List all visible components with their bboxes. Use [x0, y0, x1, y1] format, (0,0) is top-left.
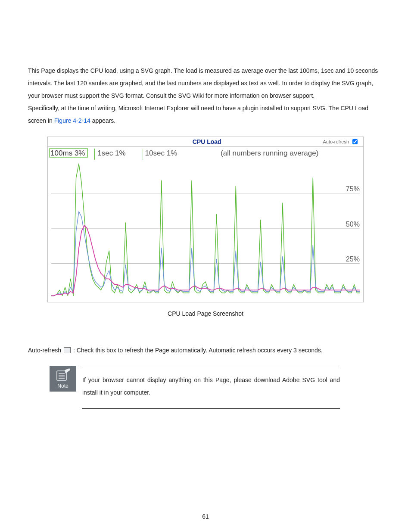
svg-text:100ms 3%: 100ms 3% — [50, 149, 85, 157]
intro-paragraph-1: This Page displays the CPU load, using a… — [28, 65, 383, 127]
svg-text:50%: 50% — [346, 220, 360, 228]
note-icon-box: Note — [50, 366, 76, 392]
svg-text:(all numbers running average): (all numbers running average) — [221, 149, 318, 157]
chart-svg: 25%50%75%100ms 3%1sec 1%10sec 1%(all num… — [48, 147, 363, 302]
note-label: Note — [57, 383, 68, 389]
paragraph-2: Specifically, at the time of writing, Mi… — [28, 102, 383, 127]
svg-text:75%: 75% — [346, 185, 360, 193]
svg-text:10sec 1%: 10sec 1% — [145, 149, 177, 157]
auto-refresh-checkbox[interactable] — [352, 139, 358, 144]
note-callout: Note If your browser cannot display anyt… — [50, 366, 340, 409]
svg-text:25%: 25% — [346, 255, 360, 263]
auto-refresh-label: Auto-refresh — [323, 139, 349, 144]
svg-rect-13 — [57, 371, 66, 380]
cpu-load-chart: CPU Load Auto-refresh 25%50%75%100ms 3%1… — [47, 137, 364, 302]
auto-refresh-control[interactable]: Auto-refresh — [323, 138, 359, 146]
chart-header: CPU Load Auto-refresh — [48, 137, 363, 147]
page-number: 61 — [0, 513, 411, 520]
auto-refresh-text: : Check this box to refresh the Page aut… — [73, 347, 323, 354]
auto-refresh-label-left: Auto-refresh — [28, 347, 61, 354]
paragraph-2-suffix: appears. — [90, 117, 115, 124]
figure-ref-link[interactable]: Figure 4-2-14 — [54, 117, 90, 124]
chart-caption: CPU Load Page Screenshot — [28, 310, 383, 317]
paragraph-1: This Page displays the CPU load, using a… — [28, 65, 383, 102]
note-text: If your browser cannot display anything … — [82, 366, 340, 409]
notepad-icon — [56, 368, 70, 381]
auto-refresh-description: Auto-refresh : Check this box to refresh… — [28, 346, 383, 354]
checkbox-icon — [64, 347, 71, 353]
svg-text:1sec 1%: 1sec 1% — [97, 149, 125, 157]
chart-plot-area: 25%50%75%100ms 3%1sec 1%10sec 1%(all num… — [48, 147, 363, 302]
chart-title: CPU Load — [91, 138, 323, 145]
